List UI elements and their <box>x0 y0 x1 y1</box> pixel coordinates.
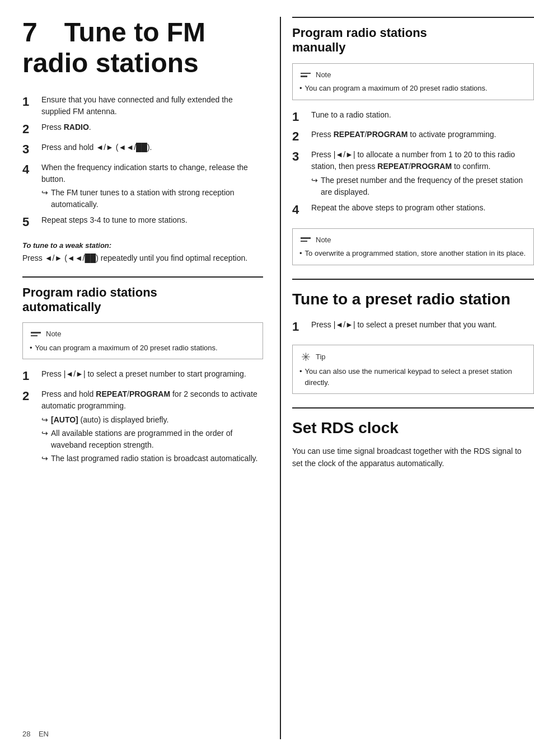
manual-note-header: Note <box>299 69 527 81</box>
weak-station-header: To tune to a weak station: <box>22 240 263 251</box>
weak-station-note: To tune to a weak station: Press ◄/► (◄◄… <box>22 240 263 264</box>
note-icon <box>30 330 42 339</box>
auto-note-bullet: You can program a maximum of 20 preset r… <box>30 342 256 354</box>
step-5-text: Repeat steps 3-4 to tune to more station… <box>41 214 263 226</box>
rds-section: Set RDS clock You can use time signal br… <box>292 416 534 469</box>
main-title: 7 Tune to FM radio stations <box>22 17 263 78</box>
manual-step-1: 1 Tune to a radio station. <box>292 109 534 125</box>
manual-step-1-text: Tune to a radio station. <box>311 109 534 121</box>
tune-preset-step-1-num: 1 <box>292 319 308 335</box>
manual-step-3: 3 Press |◄/►| to allocate a number from … <box>292 149 534 198</box>
manual-note2-header: Note <box>299 234 527 246</box>
note-icon-line1 <box>31 332 41 334</box>
manual-step-2-num: 2 <box>292 129 308 145</box>
step-3: 3 Press and hold ◄/► (◄◄/██). <box>22 142 263 158</box>
manual-note2-bullet: To overwrite a programmed station, store… <box>299 248 527 259</box>
manual-steps-list: 1 Tune to a radio station. 2 Press REPEA… <box>292 109 534 218</box>
rds-text: You can use time signal broadcast togeth… <box>292 445 534 469</box>
step-5: 5 Repeat steps 3-4 to tune to more stati… <box>22 214 263 231</box>
page-number: 28 <box>22 730 30 738</box>
tip-bullet: You can also use the numerical keypad to… <box>299 366 527 388</box>
manual-note2-icon-line2 <box>301 241 307 242</box>
rds-title: Set RDS clock <box>292 416 534 440</box>
manual-step-4-num: 4 <box>292 202 308 218</box>
tune-preset-section: Tune to a preset radio station 1 Press |… <box>292 288 534 395</box>
step-4-text: When the frequency indication starts to … <box>41 162 263 210</box>
step-2-num: 2 <box>22 121 38 138</box>
page-lang: EN <box>39 730 49 738</box>
manual-note-box: Note You can program a maximum of 20 pre… <box>292 63 534 100</box>
manual-step-2-text: Press REPEAT/PROGRAM to activate program… <box>311 129 534 140</box>
note-icon-line2 <box>31 335 38 337</box>
manual-section-title: Program radio stations manually <box>292 26 534 55</box>
auto-step-2-text: Press and hold REPEAT/PROGRAM for 2 seco… <box>41 388 263 464</box>
manual-note-label: Note <box>316 69 331 81</box>
tip-label: Tip <box>316 351 326 363</box>
main-title-text: Tune to FM radio stations <box>22 17 205 78</box>
step-4-num: 4 <box>22 162 38 178</box>
page-footer: 28 EN <box>22 729 49 740</box>
main-steps-list: 1 Ensure that you have connected and ful… <box>22 94 263 230</box>
auto-step-2-arrow2: All available stations are programmed in… <box>51 428 263 451</box>
manual-step-2: 2 Press REPEAT/PROGRAM to activate progr… <box>292 129 534 145</box>
manual-step-3-num: 3 <box>292 149 308 165</box>
auto-note-label: Note <box>46 328 61 340</box>
auto-section-title: Program radio stations automatically <box>22 285 263 315</box>
tip-icon: ✳ <box>299 351 312 363</box>
step-5-num: 5 <box>22 214 38 231</box>
manual-note2-label: Note <box>316 234 331 246</box>
tune-preset-step-1-text: Press |◄/►| to select a preset number th… <box>311 319 534 331</box>
manual-note-bullet: You can program a maximum of 20 preset r… <box>299 83 527 94</box>
step-1-text: Ensure that you have connected and fully… <box>41 94 263 118</box>
manual-note2-icon-line1 <box>301 237 311 239</box>
tip-header: ✳ Tip <box>299 351 527 363</box>
manual-note-icon-line2 <box>301 76 307 77</box>
arrow-icon-auto2: ↪ <box>41 428 48 439</box>
manual-step-4-text: Repeat the above steps to program other … <box>311 202 534 214</box>
tip-box: ✳ Tip You can also use the numerical key… <box>292 345 534 394</box>
step-2-text: Press RADIO. <box>41 121 263 133</box>
step-1-num: 1 <box>22 94 38 110</box>
auto-step-2-arrow3: The last programed radio station is broa… <box>51 453 257 464</box>
manual-note-icon <box>299 71 312 79</box>
step-1: 1 Ensure that you have connected and ful… <box>22 94 263 118</box>
manual-section: Program radio stations manually Note You… <box>292 17 534 265</box>
tune-preset-steps-list: 1 Press |◄/►| to select a preset number … <box>292 319 534 335</box>
auto-step-2-num: 2 <box>22 388 38 405</box>
arrow-icon-auto1: ↪ <box>41 414 48 426</box>
step-3-num: 3 <box>22 142 38 158</box>
auto-step-1-num: 1 <box>22 368 38 384</box>
section-divider-auto <box>22 276 263 278</box>
divider-rds <box>292 407 534 408</box>
step-4: 4 When the frequency indication starts t… <box>22 162 263 210</box>
auto-step-2-arrow1: [AUTO] (auto) is displayed briefly. <box>51 414 168 426</box>
arrow-icon: ↪ <box>41 187 48 199</box>
step-3-text: Press and hold ◄/► (◄◄/██). <box>41 142 263 153</box>
auto-step-1-text: Press |◄/►| to select a preset number to… <box>41 368 263 380</box>
step-2: 2 Press RADIO. <box>22 121 263 138</box>
auto-step-2: 2 Press and hold REPEAT/PROGRAM for 2 se… <box>22 388 263 464</box>
right-top-border <box>292 17 534 18</box>
arrow-icon-auto3: ↪ <box>41 453 48 464</box>
tune-preset-title: Tune to a preset radio station <box>292 288 534 311</box>
weak-station-text: Press ◄/► (◄◄/██) repeatedly until you f… <box>22 252 263 264</box>
auto-note-box: Note You can program a maximum of 20 pre… <box>22 322 263 359</box>
auto-step-1: 1 Press |◄/►| to select a preset number … <box>22 368 263 384</box>
step-4-arrow-text: The FM tuner tunes to a station with str… <box>51 187 263 210</box>
manual-note2-icon <box>299 235 312 244</box>
manual-step-4: 4 Repeat the above steps to program othe… <box>292 202 534 218</box>
arrow-icon-manual3: ↪ <box>311 175 318 186</box>
auto-steps-list: 1 Press |◄/►| to select a preset number … <box>22 368 263 464</box>
manual-step-1-num: 1 <box>292 109 308 125</box>
manual-step-3-text: Press |◄/►| to allocate a number from 1 … <box>311 149 534 198</box>
manual-step-3-arrow: The preset number and the frequency of t… <box>321 175 534 198</box>
manual-note-icon-line1 <box>301 73 311 74</box>
manual-note2-box: Note To overwrite a programmed station, … <box>292 228 534 265</box>
tune-preset-step-1: 1 Press |◄/►| to select a preset number … <box>292 319 534 335</box>
auto-note-header: Note <box>30 328 256 340</box>
chapter-number: 7 <box>22 17 38 47</box>
divider-tune-preset <box>292 279 534 280</box>
